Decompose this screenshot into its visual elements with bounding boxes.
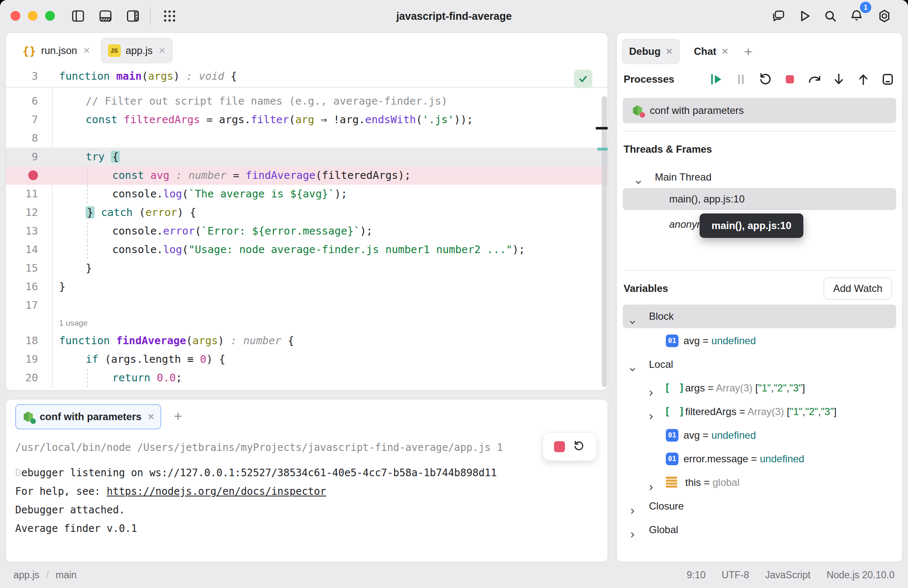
line-number-gutter[interactable]: 17 xyxy=(6,296,38,315)
line-number-gutter[interactable]: 7 xyxy=(6,111,38,129)
line-number-gutter[interactable]: 14 xyxy=(6,240,38,259)
close-icon[interactable]: ✕ xyxy=(722,46,729,57)
line-number-gutter[interactable]: 9 xyxy=(6,148,38,166)
code-line[interactable]: 16} xyxy=(6,278,608,296)
scope-row-block[interactable]: Block xyxy=(617,305,902,328)
line-number-gutter[interactable]: 6 xyxy=(6,92,38,111)
stop-button[interactable] xyxy=(782,72,797,87)
editor-tab-app.js[interactable]: JSapp.js✕ xyxy=(101,38,173,63)
status-item[interactable]: 9:10 xyxy=(687,569,706,581)
line-number-gutter[interactable]: 18 xyxy=(6,332,38,350)
code-line-text[interactable]: return 0.0; xyxy=(112,369,182,387)
chevron-right-icon[interactable] xyxy=(646,383,656,393)
chevron-right-icon[interactable] xyxy=(628,525,637,534)
step-over-button[interactable] xyxy=(807,72,822,87)
close-icon[interactable]: ✕ xyxy=(83,46,90,56)
line-number-gutter[interactable]: 12 xyxy=(6,203,38,222)
pause-button[interactable] xyxy=(733,72,749,87)
variable-row-avg[interactable]: 01avg = undefined xyxy=(617,330,902,352)
tool-tab-debug[interactable]: Debug✕ xyxy=(622,39,680,64)
code-line-text[interactable]: } xyxy=(86,259,92,278)
console-link[interactable]: https://nodejs.org/en/docs/inspector xyxy=(107,486,326,497)
usage-hint-row[interactable]: 1 usage xyxy=(6,315,608,332)
code-line[interactable]: 7const filteredArgs = args.filter(arg ⇒ … xyxy=(6,111,608,129)
step-out-button[interactable] xyxy=(856,72,871,87)
usage-hint[interactable]: 1 usage xyxy=(59,318,88,327)
scope-row-global[interactable]: Global xyxy=(617,519,902,541)
editor-scrollbar[interactable] xyxy=(602,96,607,387)
line-number-gutter[interactable]: 19 xyxy=(6,350,38,369)
thread-row-main[interactable]: Main Thread xyxy=(623,166,896,188)
restart-button[interactable] xyxy=(758,72,773,87)
code-line[interactable]: 14console.log("Usage: node average-finde… xyxy=(6,240,608,259)
status-item[interactable]: Node.js 20.10.0 xyxy=(827,569,894,581)
code-line[interactable]: const avg : number = findAverage(filtere… xyxy=(6,166,608,185)
chevron-right-icon[interactable] xyxy=(628,502,637,511)
variable-row-filteredArgs[interactable]: [ ]filteredArgs = Array(3) ["1","2","3"] xyxy=(617,401,902,423)
status-branch[interactable]: main xyxy=(56,569,77,581)
code-line-text[interactable]: try { xyxy=(86,148,120,166)
code-line-text[interactable]: } catch (error) { xyxy=(86,203,196,222)
code-line[interactable]: 15} xyxy=(6,259,608,278)
code-area[interactable]: 6// Filter out script file names (e.g., … xyxy=(6,92,608,387)
chevron-right-icon[interactable] xyxy=(646,407,656,416)
rerun-icon[interactable] xyxy=(573,440,585,454)
line-number-gutter[interactable]: 11 xyxy=(6,185,38,203)
variable-row-avg[interactable]: 01avg = undefined xyxy=(617,424,902,446)
code-line[interactable]: 8 xyxy=(6,129,608,148)
code-line-text[interactable]: const filteredArgs = args.filter(arg ⇒ !… xyxy=(86,111,473,129)
code-line-text[interactable]: if (args.length ≡ 0) { xyxy=(86,350,225,369)
code-line[interactable]: 20return 0.0; xyxy=(6,369,608,387)
close-icon[interactable]: ✕ xyxy=(147,412,154,422)
line-number-gutter[interactable]: 16 xyxy=(6,278,38,296)
status-item[interactable]: JavaScript xyxy=(765,569,811,581)
chat-icon[interactable] xyxy=(771,8,786,24)
code-line[interactable]: 18function findAverage(args) : number { xyxy=(6,332,608,350)
scope-row-local[interactable]: Local xyxy=(617,353,902,375)
variable-row-args[interactable]: [ ]args = Array(3) ["1","2","3"] xyxy=(617,377,902,399)
code-line[interactable]: 19if (args.length ≡ 0) { xyxy=(6,350,608,369)
code-line-text[interactable]: console.log("Usage: node average-finder.… xyxy=(112,240,525,259)
process-row[interactable]: conf with parameters xyxy=(623,98,896,123)
line-number-gutter[interactable]: 15 xyxy=(6,259,38,278)
line-number[interactable]: 3 xyxy=(6,67,38,86)
close-icon[interactable]: ✕ xyxy=(159,46,166,56)
add-watch-button[interactable]: Add Watch xyxy=(824,278,892,299)
code-line[interactable]: 17 xyxy=(6,296,608,315)
code-line-text[interactable]: const avg : number = findAverage(filtere… xyxy=(112,166,411,185)
step-into-button[interactable] xyxy=(831,72,846,87)
line-number-gutter[interactable] xyxy=(6,166,38,185)
sticky-function-header[interactable]: 3 function main(args) : void { xyxy=(6,67,608,88)
add-run-tab-button[interactable]: + xyxy=(174,409,182,423)
code-line-text[interactable]: function main(args) : void { xyxy=(59,67,237,86)
status-item[interactable]: UTF-8 xyxy=(722,569,749,581)
search-icon[interactable] xyxy=(823,8,838,24)
code-line-text[interactable]: console.error(`Error: ${error.message}`)… xyxy=(112,222,373,240)
status-file[interactable]: app.js xyxy=(14,569,39,581)
code-line[interactable]: 12} catch (error) { xyxy=(6,203,608,222)
chevron-down-icon[interactable] xyxy=(634,173,643,182)
code-line[interactable]: 9try { xyxy=(6,148,608,166)
chevron-right-icon[interactable] xyxy=(646,478,656,487)
resume-button[interactable] xyxy=(709,72,724,87)
run-icon[interactable] xyxy=(797,8,812,24)
variable-row-error.message[interactable]: 01error.message = undefined xyxy=(617,448,902,470)
code-line-text[interactable]: } xyxy=(59,278,65,296)
chevron-down-icon[interactable] xyxy=(628,360,637,369)
line-number-gutter[interactable]: 20 xyxy=(6,369,38,387)
no-problems-check-icon[interactable] xyxy=(574,70,592,88)
code-line[interactable]: 6// Filter out script file names (e.g., … xyxy=(6,92,608,111)
settings-icon[interactable] xyxy=(877,8,892,24)
chevron-down-icon[interactable] xyxy=(628,312,637,321)
add-tool-tab-button[interactable]: + xyxy=(744,43,753,60)
run-config-tab[interactable]: conf with parameters ✕ xyxy=(15,404,161,429)
stop-icon[interactable] xyxy=(554,441,565,452)
code-line[interactable]: 11console.log(`The average is ${avg}`); xyxy=(6,185,608,203)
frame-row-selected[interactable]: main(), app.js:10 xyxy=(623,188,896,210)
breakpoint-dot[interactable] xyxy=(28,170,38,180)
code-line[interactable]: 13console.error(`Error: ${error.message}… xyxy=(6,222,608,240)
line-number-gutter[interactable]: 13 xyxy=(6,222,38,240)
scope-row-closure[interactable]: Closure xyxy=(617,495,902,517)
close-icon[interactable]: ✕ xyxy=(666,46,673,57)
line-number-gutter[interactable]: 8 xyxy=(6,129,38,148)
